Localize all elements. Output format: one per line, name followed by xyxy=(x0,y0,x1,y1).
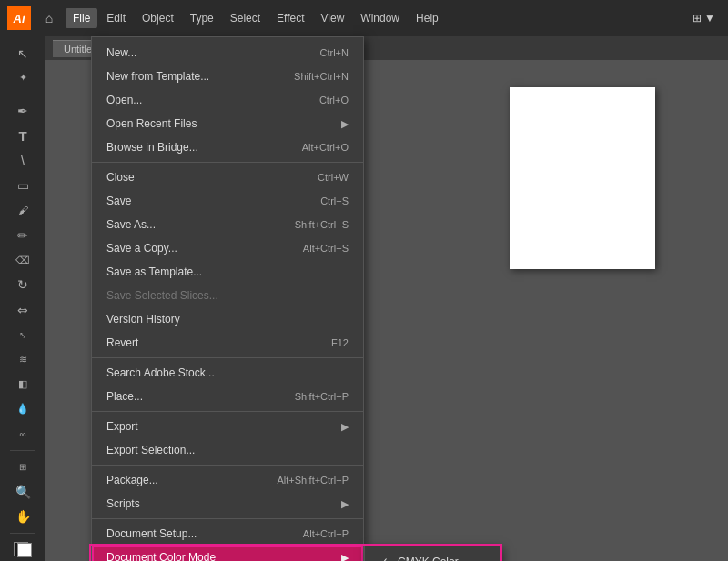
tool-reflect[interactable]: ⇔ xyxy=(8,298,37,321)
file-menu-shortcut-place: Shift+Ctrl+P xyxy=(295,389,349,405)
tool-artboard[interactable]: ⊞ xyxy=(8,456,37,478)
tool-separator-3 xyxy=(10,533,35,534)
file-menu-item-place[interactable]: Place...Shift+Ctrl+P xyxy=(92,385,363,408)
file-menu-item-search-stock[interactable]: Search Adobe Stock... xyxy=(92,361,363,385)
color-boxes[interactable] xyxy=(8,538,37,561)
workspace-grid-icon: ⊞ xyxy=(693,12,702,25)
file-menu-item-label-save-as-template: Save as Template... xyxy=(106,264,202,280)
file-menu-separator xyxy=(92,357,363,358)
file-menu-item-label-export: Export xyxy=(106,418,138,435)
tool-type[interactable]: T xyxy=(8,125,37,147)
menu-object[interactable]: Object xyxy=(135,8,181,28)
file-menu-item-browse-bridge[interactable]: Browse in Bridge...Alt+Ctrl+O xyxy=(92,135,363,159)
file-menu-item-label-save-copy: Save a Copy... xyxy=(106,240,177,256)
tool-zoom[interactable]: 🔍 xyxy=(8,480,37,503)
file-menu-item-export[interactable]: Export▶ xyxy=(92,415,363,438)
file-menu-item-label-save-selected-slices: Save Selected Slices... xyxy=(106,287,218,304)
file-menu-separator xyxy=(92,411,363,412)
tool-pen[interactable]: ✒ xyxy=(8,100,37,123)
file-menu-item-save-as[interactable]: Save As...Shift+Ctrl+S xyxy=(92,213,363,236)
file-menu-item-revert[interactable]: RevertF12 xyxy=(92,331,363,355)
workspace-arrow: ▼ xyxy=(704,12,715,25)
color-mode-check-cmyk: ✓ xyxy=(379,554,392,561)
file-menu-item-doc-setup[interactable]: Document Setup...Alt+Ctrl+P xyxy=(92,522,363,546)
file-menu-item-label-open-recent: Open Recent Files xyxy=(106,115,197,132)
ai-logo: Ai xyxy=(7,6,31,30)
menu-select[interactable]: Select xyxy=(223,8,268,28)
workspace-switcher[interactable]: ⊞ ▼ xyxy=(687,9,721,27)
file-menu-shortcut-save-as: Shift+Ctrl+S xyxy=(295,217,349,233)
file-menu-item-scripts[interactable]: Scripts▶ xyxy=(92,492,363,516)
color-mode-submenu: ✓CMYK Color RGB Color xyxy=(364,546,500,561)
file-menu-item-save-copy[interactable]: Save a Copy...Alt+Ctrl+S xyxy=(92,236,363,260)
tool-direct-select[interactable]: ✦ xyxy=(8,66,37,89)
file-menu-item-export-selection[interactable]: Export Selection... xyxy=(92,438,363,462)
menu-edit[interactable]: Edit xyxy=(99,8,133,28)
tool-blend[interactable]: ∞ xyxy=(8,423,37,446)
file-menu-item-label-open: Open... xyxy=(106,92,142,108)
tool-eyedropper[interactable]: 💧 xyxy=(8,397,37,420)
file-menu-item-version-history[interactable]: Version History xyxy=(92,307,363,331)
file-menu-shortcut-revert: F12 xyxy=(331,336,349,351)
file-menu-item-label-revert: Revert xyxy=(106,335,138,351)
file-menu-item-label-save-as: Save As... xyxy=(106,216,156,233)
tool-eraser[interactable]: ⌫ xyxy=(8,248,37,271)
menu-help[interactable]: Help xyxy=(409,8,446,28)
file-menu-item-label-scripts: Scripts xyxy=(106,496,140,512)
toolbar: ↖ ✦ ✒ T \ ▭ 🖌 ✏ ⌫ ↻ ⇔ ⤡ ≋ ◧ 💧 ∞ ⊞ 🔍 ✋ xyxy=(0,36,46,561)
file-menu-item-open[interactable]: Open...Ctrl+O xyxy=(92,88,363,112)
file-menu-separator xyxy=(92,518,363,519)
tool-select[interactable]: ↖ xyxy=(8,42,37,65)
file-menu-item-doc-color-mode[interactable]: Document Color Mode▶ xyxy=(92,546,363,561)
menu-file[interactable]: File xyxy=(66,8,97,28)
file-menu-shortcut-package: Alt+Shift+Ctrl+P xyxy=(277,473,349,488)
file-menu-item-open-recent[interactable]: Open Recent Files▶ xyxy=(92,112,363,135)
file-menu-item-label-place: Place... xyxy=(106,388,143,405)
menu-window[interactable]: Window xyxy=(353,8,407,28)
tool-scale[interactable]: ⤡ xyxy=(8,323,37,346)
file-menu-arrow-scripts: ▶ xyxy=(341,496,349,512)
file-menu-item-label-new-from-template: New from Template... xyxy=(106,68,209,85)
file-menu-separator xyxy=(92,465,363,466)
file-menu-item-label-doc-color-mode: Document Color Mode xyxy=(106,549,216,561)
tool-pencil[interactable]: ✏ xyxy=(8,224,37,246)
file-menu-shortcut-open: Ctrl+O xyxy=(319,93,349,108)
color-mode-label-cmyk: CMYK Color xyxy=(398,554,459,561)
file-menu-dropdown: New...Ctrl+NNew from Template...Shift+Ct… xyxy=(91,36,364,561)
menu-view[interactable]: View xyxy=(314,8,352,28)
file-menu-shortcut-close: Ctrl+W xyxy=(318,170,349,185)
file-menu-arrow-export: ▶ xyxy=(341,419,349,435)
color-mode-item-cmyk[interactable]: ✓CMYK Color xyxy=(365,550,500,561)
tool-warp[interactable]: ≋ xyxy=(8,348,37,371)
menu-type[interactable]: Type xyxy=(183,8,221,28)
file-menu-item-label-browse-bridge: Browse in Bridge... xyxy=(106,139,198,155)
file-menu-arrow-doc-color-mode: ▶ xyxy=(341,550,349,561)
tool-gradient[interactable]: ◧ xyxy=(8,373,37,396)
file-menu-item-new-from-template[interactable]: New from Template...Shift+Ctrl+N xyxy=(92,65,363,88)
file-menu-item-save-as-template[interactable]: Save as Template... xyxy=(92,260,363,284)
tool-rotate[interactable]: ↻ xyxy=(8,274,37,296)
file-menu-item-label-doc-setup: Document Setup... xyxy=(106,526,197,542)
file-menu-item-close[interactable]: CloseCtrl+W xyxy=(92,165,363,189)
file-menu-item-save-selected-slices: Save Selected Slices... xyxy=(92,284,363,307)
file-menu-item-label-version-history: Version History xyxy=(106,311,180,327)
tool-separator-2 xyxy=(10,450,35,451)
file-menu-item-new[interactable]: New...Ctrl+N xyxy=(92,41,363,65)
tool-hand[interactable]: ✋ xyxy=(8,505,37,527)
file-menu-arrow-open-recent: ▶ xyxy=(341,116,349,132)
file-menu-item-label-search-stock: Search Adobe Stock... xyxy=(106,365,215,381)
file-menu-item-label-close: Close xyxy=(106,169,135,185)
background-color[interactable] xyxy=(17,543,32,557)
tool-line[interactable]: \ xyxy=(8,149,37,172)
file-menu-item-label-save: Save xyxy=(106,193,131,209)
file-menu-item-package[interactable]: Package...Alt+Shift+Ctrl+P xyxy=(92,468,363,492)
tool-rect[interactable]: ▭ xyxy=(8,174,37,196)
menu-effect[interactable]: Effect xyxy=(269,8,311,28)
home-icon[interactable]: ⌂ xyxy=(38,7,60,29)
file-menu-shortcut-save: Ctrl+S xyxy=(320,194,349,209)
file-menu-item-save[interactable]: SaveCtrl+S xyxy=(92,189,363,213)
file-menu-item-label-export-selection: Export Selection... xyxy=(106,442,195,458)
file-menu-item-label-new: New... xyxy=(106,45,136,61)
tool-paintbrush[interactable]: 🖌 xyxy=(8,199,37,222)
menu-right: ⊞ ▼ xyxy=(687,9,721,27)
